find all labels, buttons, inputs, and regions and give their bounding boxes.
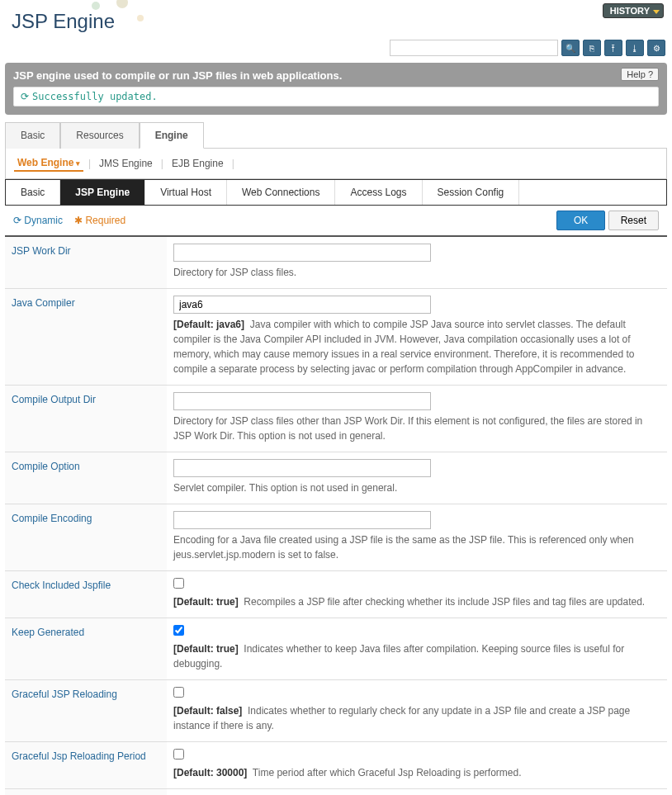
tab-t-jsp-engine[interactable]: JSP Engine xyxy=(60,180,145,205)
help-button[interactable]: Help ? xyxy=(621,68,659,81)
refresh-icon: ⟳ xyxy=(21,91,29,102)
subtab-web-engine[interactable]: Web Engine xyxy=(14,155,83,172)
input-compile-option[interactable] xyxy=(173,459,431,477)
label-java-compiler: Java Compiler xyxy=(5,289,167,385)
desc-compile-output-dir: Directory for JSP class files other than… xyxy=(173,414,660,443)
description-banner: JSP engine used to compile or run JSP fi… xyxy=(5,63,667,115)
subtab-ejb-engine[interactable]: EJB Engine xyxy=(168,156,227,171)
label-graceful-jsp-reloading-period: Graceful Jsp Reloading Period xyxy=(5,742,167,788)
label-compile-encoding: Compile Encoding xyxy=(5,504,167,570)
default-check-included-jspfile: [Default: true] xyxy=(173,596,239,608)
checkbox-keep-generated[interactable] xyxy=(173,625,184,636)
desc-jsp-work-dir: Directory for JSP class files. xyxy=(173,265,660,280)
search-icon[interactable]: 🔍 xyxy=(561,40,580,56)
tab-basic[interactable]: Basic xyxy=(5,122,60,149)
label-keep-generated: Keep Generated xyxy=(5,618,167,679)
desc-keep-generated: Indicates whether to keep Java files aft… xyxy=(173,643,624,670)
ok-button-top[interactable]: OK xyxy=(556,211,605,230)
download-xml-icon[interactable]: ⭳ xyxy=(626,40,644,56)
legend-required: Required xyxy=(74,215,125,226)
upload-xml-icon[interactable]: ⭱ xyxy=(604,40,622,56)
form-area: JSP Work Dir Directory for JSP class fil… xyxy=(5,237,667,795)
label-graceful-jsp-reloading: Graceful JSP Reloading xyxy=(5,680,167,741)
tab-t-basic[interactable]: Basic xyxy=(6,180,60,205)
tab-t-virtual-host[interactable]: Virtual Host xyxy=(145,180,227,205)
legend-dynamic: Dynamic xyxy=(13,215,63,226)
default-keep-generated: [Default: true] xyxy=(173,643,239,655)
input-compile-encoding[interactable] xyxy=(173,511,431,529)
history-button[interactable]: HISTORY xyxy=(603,3,664,18)
default-java-compiler: [Default: java6] xyxy=(173,319,244,330)
status-bar: ⟳Successfully updated. xyxy=(13,87,659,106)
checkbox-graceful-jsp-reloading[interactable] xyxy=(173,687,184,698)
web-engine-tabs: Basic JSP Engine Virtual Host Web Connec… xyxy=(5,179,667,206)
primary-tabs: Basic Resources Engine xyxy=(5,121,667,149)
desc-graceful-jsp-reloading-period: Time period after which Graceful Jsp Rel… xyxy=(253,767,522,778)
tab-engine[interactable]: Engine xyxy=(140,122,204,149)
desc-graceful-jsp-reloading: Indicates whether to regularly check for… xyxy=(173,705,630,731)
tab-resources[interactable]: Resources xyxy=(60,122,139,149)
label-compile-option: Compile Option xyxy=(5,452,167,504)
desc-compile-encoding: Encoding for a Java file created using a… xyxy=(173,532,660,562)
desc-check-included-jspfile: Recompiles a JSP file after checking whe… xyxy=(244,596,645,608)
search-input[interactable] xyxy=(390,40,558,56)
label-compile-output-dir: Compile Output Dir xyxy=(5,386,167,452)
desc-compile-option: Servlet compiler. This option is not use… xyxy=(173,480,660,495)
settings-icon[interactable]: ⚙ xyxy=(647,40,665,56)
label-check-included-jspfile: Check Included Jspfile xyxy=(5,571,167,618)
tab-t-session-config[interactable]: Session Config xyxy=(423,180,520,205)
reset-button-top[interactable]: Reset xyxy=(608,211,659,230)
export-icon[interactable]: ⎘ xyxy=(583,40,601,56)
banner-text: JSP engine used to compile or run JSP fi… xyxy=(13,69,659,82)
engine-subtabs: Web Engine | JMS Engine | EJB Engine | xyxy=(5,149,667,179)
input-jsp-work-dir[interactable] xyxy=(173,244,431,262)
default-graceful-jsp-reloading: [Default: false] xyxy=(173,705,242,717)
tab-t-access-logs[interactable]: Access Logs xyxy=(335,180,422,205)
tab-t-web-connections[interactable]: Web Connections xyxy=(227,180,336,205)
checkbox-graceful-jsp-reloading-period[interactable] xyxy=(173,749,184,760)
label-use-in-memory-compilation: Use In Memory Compilation xyxy=(5,789,167,795)
default-graceful-jsp-reloading-period: [Default: 30000] xyxy=(173,767,247,778)
label-jsp-work-dir: JSP Work Dir xyxy=(5,237,167,288)
checkbox-check-included-jspfile[interactable] xyxy=(173,578,184,589)
input-compile-output-dir[interactable] xyxy=(173,392,431,410)
subtab-jms-engine[interactable]: JMS Engine xyxy=(96,156,156,171)
input-java-compiler[interactable] xyxy=(173,296,431,314)
